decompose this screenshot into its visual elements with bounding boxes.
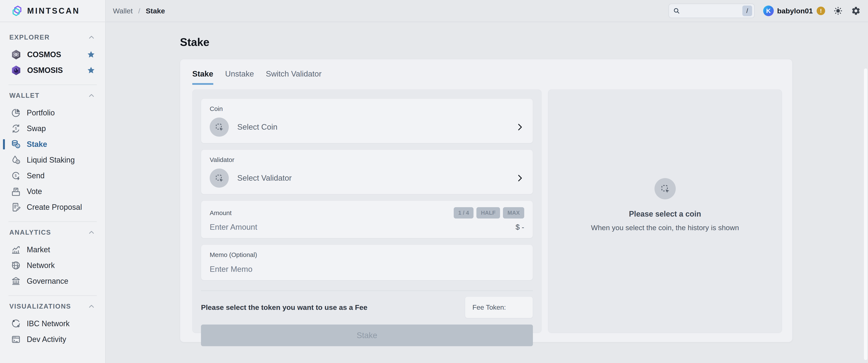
sidebar-item-label: Create Proposal [27,203,82,212]
chevron-up-icon[interactable] [87,92,95,100]
coin-stack-icon: $ [10,139,21,150]
usd-value: $ - [516,223,524,231]
history-empty-title: Please select a coin [629,210,701,219]
sidebar-item-cosmos[interactable]: COSMOS [0,47,105,62]
account-name[interactable]: babylon01 [777,7,813,15]
coin-placeholder-icon [654,178,676,199]
orbit-icon [10,318,21,329]
tab-stake[interactable]: Stake [192,69,213,85]
fee-notice: Please select the token you want to use … [201,303,367,312]
brand-logo[interactable]: MINTSCAN [0,0,105,22]
section-title: WALLET [9,92,39,100]
dashed-select-cursor-icon [659,183,671,195]
sidebar-item-stake[interactable]: $ Stake [0,136,105,152]
sidebar-item-label: OSMOSIS [27,66,63,75]
history-panel: Please select a coin When you select the… [548,89,782,333]
history-empty-subtitle: When you select the coin, the history is… [591,224,739,232]
globe-icon [10,260,21,271]
mintscan-logo-icon [11,5,23,17]
section-title: VISUALIZATIONS [9,303,71,310]
sidebar-item-governance[interactable]: Governance [0,273,105,289]
sidebar-nav: EXPLORER COSMOS [0,22,105,362]
section-title: ANALYTICS [9,229,51,236]
validator-select-row[interactable]: Select Validator [210,169,524,188]
sidebar-item-network[interactable]: Network [0,258,105,273]
send-icon: $ [10,170,21,181]
stake-submit-button[interactable]: Stake [201,325,533,346]
amount-input[interactable] [210,223,511,232]
sidebar-item-label: Portfolio [27,108,55,117]
section-header-wallet[interactable]: WALLET [0,91,105,100]
chevron-up-icon[interactable] [87,302,95,310]
tab-unstake[interactable]: Unstake [225,69,254,85]
dashed-select-cursor-icon [214,173,225,184]
search-icon [673,7,680,15]
warning-badge-icon[interactable]: ! [817,7,825,15]
sidebar-item-send[interactable]: $ Send [0,168,105,184]
sidebar-item-ibc-network[interactable]: IBC Network [0,316,105,332]
memo-card: Memo (Optional) [201,245,533,280]
svg-text:$: $ [17,144,19,148]
sidebar-item-market[interactable]: Market [0,242,105,258]
sidebar-item-create-proposal[interactable]: Create Proposal [0,199,105,215]
theme-toggle-sun-icon[interactable] [833,6,843,16]
search-shortcut-key: / [742,5,752,16]
amount-card: Amount 1 / 4 HALF MAX $ - [201,201,533,238]
sidebar-item-osmosis[interactable]: OSMOSIS [0,62,105,78]
sidebar-item-vote[interactable]: Vote [0,184,105,199]
fee-token-select[interactable]: Fee Token: [465,297,533,318]
market-chart-icon [10,244,21,255]
ballot-box-icon [10,186,21,197]
pie-chart-icon [10,108,21,118]
sidebar-item-label: Liquid Staking [27,156,75,165]
vertical-scrollbar[interactable] [864,68,867,360]
quarter-button[interactable]: 1 / 4 [454,207,473,219]
favorite-star-icon[interactable] [87,66,95,75]
dashed-select-cursor-icon [214,121,225,133]
sidebar: MINTSCAN EXPLORER COSMOS [0,0,106,363]
svg-text:$: $ [14,174,17,178]
chevron-up-icon[interactable] [87,228,95,236]
chevron-up-icon[interactable] [87,33,95,41]
validator-placeholder-icon [210,169,229,188]
max-button[interactable]: MAX [503,207,524,219]
coin-label: Coin [210,105,524,112]
svg-text:$: $ [15,127,17,131]
sidebar-item-portfolio[interactable]: Portfolio [0,105,105,121]
tab-bar: Stake Unstake Switch Validator [192,69,782,85]
sidebar-item-label: Send [27,171,44,180]
sidebar-item-label: Swap [27,124,46,133]
memo-label: Memo (Optional) [210,251,524,258]
validator-label: Validator [210,156,524,163]
half-button[interactable]: HALF [476,207,500,219]
main-content: Stake Stake Unstake Switch Validator Coi… [106,23,868,363]
search-input[interactable] [683,7,740,15]
bank-icon [10,276,21,286]
breadcrumb: Wallet / Stake [113,7,165,15]
sidebar-item-label: Network [27,261,55,270]
sidebar-item-swap[interactable]: $ Swap [0,121,105,136]
breadcrumb-root[interactable]: Wallet [113,7,133,15]
memo-input[interactable] [210,265,311,274]
section-header-analytics[interactable]: ANALYTICS [0,228,105,237]
coin-select-row[interactable]: Select Coin [210,117,524,137]
brand-name: MINTSCAN [27,6,80,16]
section-header-visualizations[interactable]: VISUALIZATIONS [0,302,105,311]
coin-select-placeholder: Select Coin [237,122,277,132]
tab-switch-validator[interactable]: Switch Validator [266,69,321,85]
sidebar-divider [8,85,97,85]
section-header-explorer[interactable]: EXPLORER [0,33,105,41]
chevron-right-icon [515,122,524,132]
sidebar-item-label: IBC Network [27,319,70,328]
sidebar-item-label: COSMOS [27,50,61,59]
fee-divider [201,290,533,291]
sidebar-item-liquid-staking[interactable]: $ Liquid Staking [0,152,105,168]
search-box[interactable]: / [669,4,755,18]
favorite-star-icon[interactable] [87,50,95,59]
active-indicator [3,139,5,149]
sidebar-item-dev-activity[interactable]: Dev Activity [0,332,105,347]
breadcrumb-current: Stake [146,7,165,15]
quick-amount-buttons: 1 / 4 HALF MAX [454,207,524,219]
settings-gear-icon[interactable] [851,6,861,16]
wallet-avatar[interactable]: K [763,5,774,16]
